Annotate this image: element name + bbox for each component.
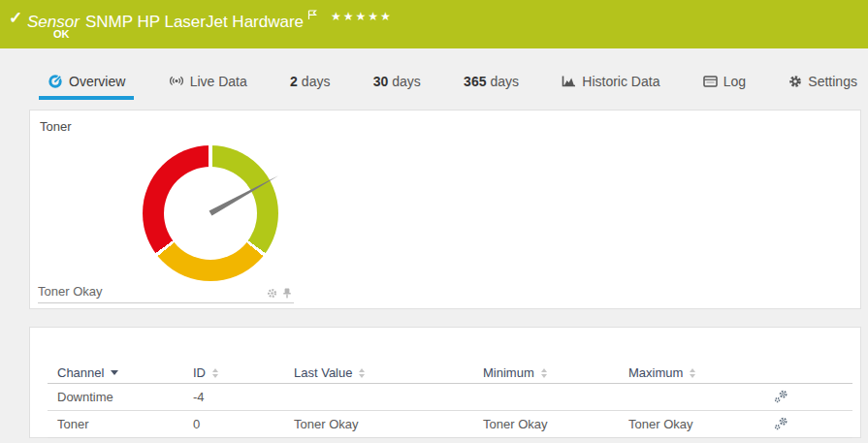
column-header-id[interactable]: ID	[183, 365, 284, 380]
sensor-title: SNMP HP LaserJet Hardware	[85, 13, 304, 31]
toner-gauge-ring	[143, 145, 278, 281]
cell-minimum: Toner Okay	[473, 417, 619, 431]
column-header-channel[interactable]: Channel	[48, 365, 183, 380]
column-header-minimum[interactable]: Minimum	[473, 365, 619, 380]
sort-icon	[690, 368, 695, 378]
channel-table: Channel ID Last Value Minimum Maximum Do…	[30, 328, 860, 438]
tab-label: days	[302, 74, 331, 89]
gauge-icon	[48, 74, 63, 89]
channel-table-header-row: Channel ID Last Value Minimum Maximum	[48, 363, 852, 384]
table-row-downtime[interactable]: Downtime -4	[48, 384, 852, 411]
flag-icon[interactable]	[307, 6, 317, 25]
cell-id: 0	[183, 417, 284, 431]
cell-last-value: Toner Okay	[284, 417, 473, 431]
gauge-footer: Toner Okay	[38, 284, 294, 303]
channel-settings-gears-icon[interactable]	[774, 390, 788, 404]
gauge-panel-title: Toner	[40, 119, 72, 134]
gauge-panel: Toner Toner Okay	[29, 110, 861, 309]
sort-icon	[359, 368, 365, 378]
area-chart-icon	[562, 75, 576, 87]
sort-desc-icon	[111, 370, 118, 375]
tab-label: Overview	[69, 74, 125, 89]
column-header-last-value[interactable]: Last Value	[284, 365, 473, 380]
tab-log[interactable]: Log	[694, 66, 755, 100]
tab-historic-data[interactable]: Historic Data	[553, 66, 668, 100]
priority-stars[interactable]: ★★★★★	[331, 10, 393, 23]
tab-label: Settings	[808, 74, 857, 89]
tab-label: Live Data	[190, 74, 247, 89]
sensor-header: ✓ SensorSNMP HP LaserJet Hardware★★★★★ O…	[0, 0, 868, 48]
tab-settings[interactable]: Settings	[780, 66, 866, 100]
tab-30-days[interactable]: 30days	[365, 66, 430, 100]
tab-label: Log	[723, 74, 746, 89]
sort-icon	[541, 368, 547, 378]
cell-channel: Toner	[48, 417, 183, 431]
cell-id: -4	[183, 390, 284, 404]
log-icon	[703, 76, 718, 87]
cell-maximum: Toner Okay	[619, 417, 764, 431]
tab-label: Historic Data	[582, 74, 659, 89]
sort-icon	[212, 368, 218, 378]
tab-live-data[interactable]: Live Data	[160, 66, 256, 100]
table-row-toner[interactable]: Toner 0 Toner Okay Toner Okay Toner Okay	[48, 411, 852, 438]
pin-icon[interactable]	[282, 288, 292, 299]
tab-label: days	[392, 74, 421, 89]
status-ok-check-icon: ✓	[9, 8, 22, 28]
gauge-status-label: Toner Okay	[38, 284, 102, 299]
cell-channel: Downtime	[48, 390, 183, 404]
broadcast-icon	[169, 75, 184, 87]
tab-365-days[interactable]: 365days	[455, 66, 528, 100]
tab-2-days[interactable]: 2days	[281, 66, 338, 100]
tab-label: days	[490, 74, 519, 89]
tab-overview[interactable]: Overview	[39, 66, 134, 100]
gear-icon	[788, 75, 802, 88]
tab-bar: Overview Live Data 2days 30days 365days …	[0, 66, 868, 100]
gauge-needle	[209, 174, 279, 216]
channel-table-panel: Channel ID Last Value Minimum Maximum Do…	[29, 327, 861, 438]
column-header-maximum[interactable]: Maximum	[619, 365, 764, 380]
gauge-settings-gear-icon[interactable]	[267, 288, 277, 299]
sensor-status-badge: OK	[53, 28, 70, 40]
channel-settings-gears-icon[interactable]	[774, 417, 788, 431]
